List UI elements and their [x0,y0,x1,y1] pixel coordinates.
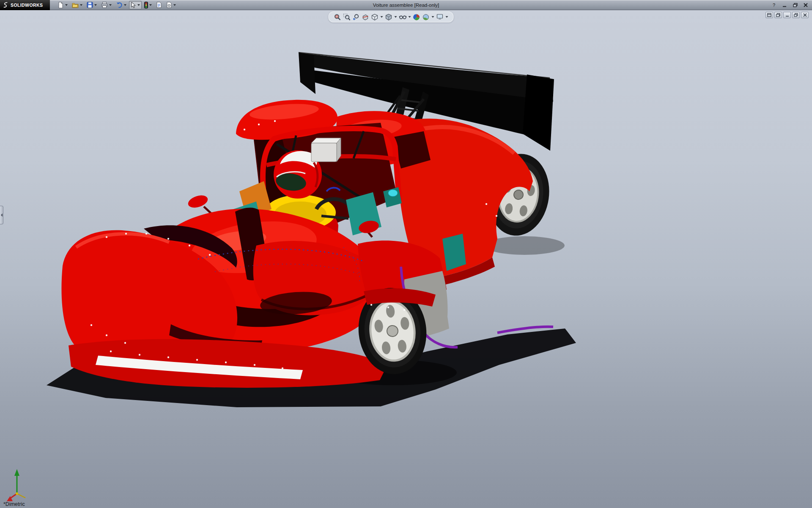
file-properties-icon [156,2,162,8]
new-document-button[interactable] [56,1,69,9]
view-orientation-label: *Dimetric [3,501,25,507]
view-orientation-cube-icon [371,14,378,21]
view-settings-icon [436,14,443,20]
dropdown-chevron-icon[interactable] [394,16,397,18]
reference-triad[interactable] [7,469,25,501]
open-button[interactable] [70,1,84,9]
title-bar: SOLIDWORKS [0,0,812,10]
restore-icon [793,3,798,7]
new-document-icon [58,2,64,8]
cascade-window-button[interactable] [774,12,782,18]
scene-ball-icon [422,14,429,21]
dropdown-chevron-icon[interactable] [380,16,383,18]
zoom-to-fit-button[interactable] [333,13,342,21]
minimize-icon [782,3,787,7]
previous-view-icon [352,14,359,21]
print-button[interactable] [99,1,113,9]
restore-button[interactable] [790,1,800,9]
restore-icon [794,13,798,17]
undo-button[interactable] [114,1,128,9]
view-settings-button[interactable] [435,13,444,21]
rebuild-traffic-light-icon [144,2,148,8]
undo-arrow-icon [116,2,123,8]
doc-minimize-button[interactable] [783,12,791,18]
appearance-ball-icon [413,14,420,21]
eyeglasses-icon [399,14,406,20]
options-button[interactable] [165,1,178,9]
main-toolbar [50,1,178,9]
close-icon [803,13,807,17]
dropdown-chevron-icon[interactable] [94,4,97,6]
cyan-light [388,190,398,196]
printer-icon [101,2,108,8]
hide-show-items-button[interactable] [398,13,407,21]
minimize-button[interactable] [780,1,789,9]
rebuild-button[interactable] [143,1,154,9]
save-button[interactable] [85,1,99,9]
section-view-icon [362,14,369,21]
options-icon [166,2,172,8]
dropdown-chevron-icon[interactable] [445,16,448,18]
open-folder-icon [72,2,79,8]
minimize-icon [785,13,789,17]
document-window-controls [765,12,809,18]
model-canvas[interactable] [0,10,812,508]
dropdown-chevron-icon[interactable] [408,16,411,18]
tile-window-icon [767,13,771,17]
y-axis-arrow [14,469,19,476]
heads-up-view-toolbar [328,11,453,22]
select-cursor-icon [131,2,136,8]
edit-appearance-button[interactable] [412,13,421,21]
display-style-icon [385,14,392,21]
save-disk-icon [87,2,93,8]
tile-window-button[interactable] [765,12,773,18]
dropdown-chevron-icon[interactable] [109,4,112,6]
window-controls: ? [769,0,810,10]
panel-collapse-handle[interactable] [0,206,3,224]
zoom-to-fit-icon [334,14,341,21]
solidworks-logo: SOLIDWORKS [0,0,50,10]
solidworks-window: SOLIDWORKS [0,0,812,508]
close-icon [804,3,808,7]
doc-close-button[interactable] [801,12,809,18]
display-style-button[interactable] [384,13,393,21]
zoom-to-area-icon [343,14,350,21]
solidworks-logo-icon [3,2,9,8]
dash-box[interactable] [311,138,341,162]
zoom-to-area-button[interactable] [342,13,351,21]
dropdown-chevron-icon[interactable] [124,4,126,6]
previous-view-button[interactable] [351,13,360,21]
help-button[interactable]: ? [769,1,779,9]
view-orientation-button[interactable] [370,13,379,21]
section-view-button[interactable] [361,13,370,21]
close-button[interactable] [801,1,810,9]
brand-name: SOLIDWORKS [11,3,43,8]
select-button[interactable] [129,1,142,9]
cascade-window-icon [776,13,780,17]
dropdown-chevron-icon[interactable] [80,4,82,6]
dropdown-chevron-icon[interactable] [137,4,140,6]
dropdown-chevron-icon[interactable] [173,4,176,6]
collapse-arrow-icon [1,213,3,217]
file-properties-button[interactable] [154,1,164,9]
doc-restore-button[interactable] [792,12,800,18]
dropdown-chevron-icon[interactable] [431,16,434,18]
dropdown-chevron-icon[interactable] [149,4,152,6]
apply-scene-button[interactable] [421,13,430,21]
teal-side-panel[interactable] [442,234,466,271]
dropdown-chevron-icon[interactable] [65,4,68,6]
graphics-area[interactable]: *Dimetric [0,10,812,508]
